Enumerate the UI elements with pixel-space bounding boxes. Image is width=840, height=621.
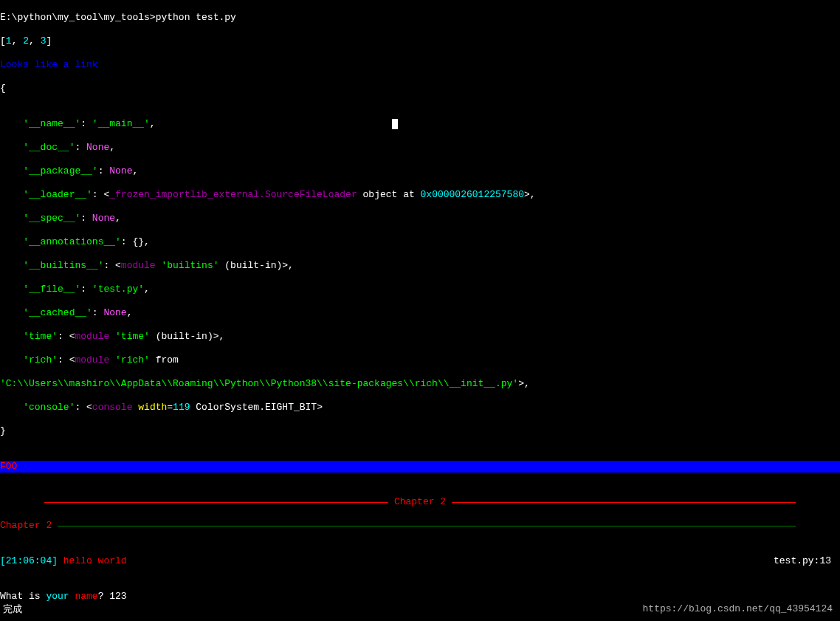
dict-row-package: '__package__': None, (0, 165, 840, 177)
dict-row-spec: '__spec__': None, (0, 213, 840, 224)
dict-row-rich-path: 'C:\\Users\\mashiro\\AppData\\Roaming\\P… (0, 378, 840, 390)
dict-row-name: '__name__': '__main__', (0, 118, 840, 130)
log-hello: [21:06:04] hello world test.py:13 (0, 555, 840, 567)
dict-row-builtins: '__builtins__': <module 'builtins' (buil… (0, 260, 840, 272)
list-literal: [1, 2, 3] (0, 35, 840, 47)
completed-text: 完成 (3, 603, 22, 615)
dict-row-rich: 'rich': <module 'rich' from (0, 354, 840, 366)
dict-row-cached: '__cached__': None, (0, 307, 840, 319)
foo-banner: FOO (0, 461, 840, 473)
dict-row-annotations: '__annotations__': {}, (0, 236, 840, 248)
watermark: https://blog.csdn.net/qq_43954124 (643, 603, 833, 615)
brace-close: } (0, 425, 840, 437)
terminal[interactable]: E:\python\my_tool\my_tools>python test.p… (0, 0, 840, 621)
rule-chapter-left: Chapter 2 (0, 520, 840, 532)
link-line: Looks like a link (0, 59, 840, 71)
prompt-question: What is your name? 123 (0, 591, 840, 603)
cursor-icon (392, 119, 398, 129)
rule-chapter-center: Chapter 2 (0, 496, 840, 508)
dict-row-loader: '__loader__': <_frozen_importlib_externa… (0, 189, 840, 201)
dict-row-time: 'time': <module 'time' (built-in)>, (0, 331, 840, 343)
prompt-line: E:\python\my_tool\my_tools>python test.p… (0, 12, 840, 24)
dict-row-doc: '__doc__': None, (0, 142, 840, 154)
brace-open: { (0, 83, 840, 95)
dict-row-console: 'console': <console width=119 ColorSyste… (0, 402, 840, 414)
dict-row-file: '__file__': 'test.py', (0, 284, 840, 295)
